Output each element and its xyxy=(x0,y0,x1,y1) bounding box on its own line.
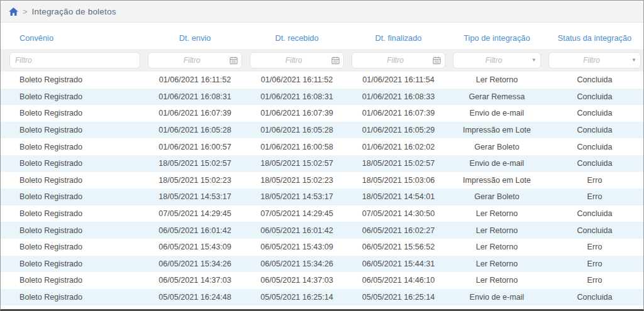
cell-dt-envio: 18/05/2021 15:02:23 xyxy=(144,172,246,189)
cell-dt-finalizado: 06/05/2021 15:56:52 xyxy=(348,239,449,256)
cell-dt-recebido: 18/05/2021 15:02:23 xyxy=(246,172,348,189)
cell-dt-finalizado: 07/05/2021 14:30:50 xyxy=(348,205,449,222)
table-row[interactable]: Boleto Registrado05/05/2021 16:24:4805/0… xyxy=(1,289,644,306)
cell-dt-recebido: 06/05/2021 16:01:42 xyxy=(246,222,348,239)
cell-dt-recebido: 07/05/2021 14:29:45 xyxy=(246,205,348,222)
table-row[interactable]: Boleto Registrado01/06/2021 16:05:2801/0… xyxy=(1,122,644,139)
cell-convenio: Boleto Registrado xyxy=(1,205,144,222)
filter-input-tipo-integracao[interactable] xyxy=(453,52,541,68)
column-header-tipo-integracao[interactable]: Tipo de integração xyxy=(449,23,545,49)
cell-status-integracao: Concluida xyxy=(545,122,644,139)
column-header-dt-recebido[interactable]: Dt. recebido xyxy=(246,23,348,49)
column-header-row: ConvênioDt. envioDt. recebidoDt. finaliz… xyxy=(1,23,644,49)
cell-dt-finalizado: 06/05/2021 15:44:31 xyxy=(348,256,449,273)
table-row[interactable]: Boleto Registrado18/05/2021 15:02:5718/0… xyxy=(1,155,644,172)
filter-input-convenio[interactable] xyxy=(9,52,140,68)
cell-tipo-integracao: Ler Retorno xyxy=(449,272,545,289)
calendar-icon[interactable] xyxy=(230,57,238,65)
cell-status-integracao: Erro xyxy=(545,188,644,205)
column-header-dt-finalizado[interactable]: Dt. finalizado xyxy=(348,23,449,49)
table-row[interactable]: Boleto Registrado06/05/2021 15:43:0906/0… xyxy=(1,239,644,256)
table-row[interactable]: Boleto Registrado18/05/2021 15:02:2318/0… xyxy=(1,172,644,189)
filter-dt-recebido xyxy=(250,52,344,68)
filter-input-dt-envio[interactable] xyxy=(148,52,242,68)
filter-cell-dt-envio xyxy=(144,49,246,72)
table-row[interactable]: Boleto Registrado01/06/2021 16:00:5701/0… xyxy=(1,138,644,155)
cell-status-integracao: Concluida xyxy=(545,72,644,89)
cell-dt-finalizado: 01/06/2021 16:07:39 xyxy=(348,105,449,122)
filter-status-integracao: ▼ xyxy=(548,52,641,68)
cell-dt-envio: 01/06/2021 16:07:39 xyxy=(144,105,246,122)
cell-status-integracao: Concluida xyxy=(545,89,644,106)
page-title: Integração de boletos xyxy=(32,7,116,16)
cell-dt-recebido: 18/05/2021 14:53:17 xyxy=(246,188,348,205)
cell-status-integracao: Concluida xyxy=(545,222,644,239)
cell-dt-finalizado: 01/06/2021 16:02:02 xyxy=(348,138,449,155)
filter-cell-dt-recebido xyxy=(246,49,348,72)
cell-dt-finalizado: 18/05/2021 15:02:57 xyxy=(348,155,449,172)
breadcrumb-separator: > xyxy=(23,7,28,16)
cell-dt-finalizado: 01/06/2021 16:11:54 xyxy=(348,72,449,89)
home-icon[interactable] xyxy=(9,8,18,16)
cell-dt-recebido: 06/05/2021 14:37:03 xyxy=(246,272,348,289)
cell-dt-envio: 01/06/2021 16:05:28 xyxy=(144,122,246,139)
cell-tipo-integracao: Ler Retorno xyxy=(449,205,545,222)
table-row[interactable]: Boleto Registrado06/05/2021 15:34:2606/0… xyxy=(1,256,644,273)
cell-tipo-integracao: Gerar Boleto xyxy=(449,138,545,155)
cell-status-integracao: Concluida xyxy=(545,138,644,155)
filter-dt-finalizado xyxy=(352,52,445,68)
cell-tipo-integracao: Gerar Boleto xyxy=(449,188,545,205)
table-row[interactable]: Boleto Registrado01/06/2021 16:11:5201/0… xyxy=(1,72,644,89)
cell-convenio: Boleto Registrado xyxy=(1,172,144,189)
table-row[interactable]: Boleto Registrado06/05/2021 14:37:0306/0… xyxy=(1,272,644,289)
table-row[interactable]: Boleto Registrado18/05/2021 14:53:1718/0… xyxy=(1,188,644,205)
cell-tipo-integracao: Ler Retorno xyxy=(449,222,545,239)
cell-tipo-integracao: Envio de e-mail xyxy=(449,105,545,122)
cell-status-integracao: Concluida xyxy=(545,155,644,172)
filter-input-dt-finalizado[interactable] xyxy=(352,52,445,68)
cell-convenio: Boleto Registrado xyxy=(1,289,144,306)
calendar-icon[interactable] xyxy=(331,57,340,65)
cell-tipo-integracao: Envio de e-mail xyxy=(449,155,545,172)
cell-tipo-integracao: Ler Retorno xyxy=(449,256,545,273)
cell-dt-finalizado: 06/05/2021 16:02:27 xyxy=(348,222,449,239)
column-header-dt-envio[interactable]: Dt. envio xyxy=(144,23,246,49)
table-row[interactable]: Boleto Registrado06/05/2021 16:01:4206/0… xyxy=(1,222,644,239)
cell-status-integracao: Erro xyxy=(545,172,644,189)
cell-dt-finalizado: 05/05/2021 16:25:14 xyxy=(348,289,449,306)
cell-dt-finalizado: 18/05/2021 15:03:06 xyxy=(348,172,449,189)
integration-table: ConvênioDt. envioDt. recebidoDt. finaliz… xyxy=(1,23,644,305)
cell-dt-envio: 05/05/2021 16:24:48 xyxy=(144,289,246,306)
table-row[interactable]: Boleto Registrado01/06/2021 16:08:3101/0… xyxy=(1,89,644,106)
cell-status-integracao: Concluida xyxy=(545,105,644,122)
calendar-icon[interactable] xyxy=(433,57,441,65)
table-body: Boleto Registrado01/06/2021 16:11:5201/0… xyxy=(1,72,644,305)
filter-cell-dt-finalizado xyxy=(348,49,449,72)
cell-convenio: Boleto Registrado xyxy=(1,105,144,122)
cell-dt-envio: 07/05/2021 14:29:45 xyxy=(144,205,246,222)
cell-tipo-integracao: Ler Retorno xyxy=(449,239,545,256)
filter-dt-envio xyxy=(148,52,242,68)
table-row[interactable]: Boleto Registrado07/05/2021 14:29:4507/0… xyxy=(1,205,644,222)
cell-dt-recebido: 01/06/2021 16:05:28 xyxy=(246,122,348,139)
cell-dt-envio: 06/05/2021 15:34:26 xyxy=(144,256,246,273)
cell-dt-recebido: 01/06/2021 16:08:31 xyxy=(246,89,348,106)
filter-input-dt-recebido[interactable] xyxy=(250,52,344,68)
cell-tipo-integracao: Impressão em Lote xyxy=(449,172,545,189)
cell-dt-envio: 18/05/2021 14:53:17 xyxy=(144,188,246,205)
cell-dt-recebido: 01/06/2021 16:07:39 xyxy=(246,105,348,122)
filter-input-status-integracao[interactable] xyxy=(548,52,641,68)
column-header-status-integracao[interactable]: Status da integração xyxy=(545,23,644,49)
cell-dt-recebido: 18/05/2021 15:02:57 xyxy=(246,155,348,172)
cell-dt-envio: 18/05/2021 15:02:57 xyxy=(144,155,246,172)
table-row[interactable]: Boleto Registrado01/06/2021 16:07:3901/0… xyxy=(1,105,644,122)
cell-convenio: Boleto Registrado xyxy=(1,222,144,239)
cell-status-integracao: Erro xyxy=(545,239,644,256)
cell-dt-recebido: 06/05/2021 15:43:09 xyxy=(246,239,348,256)
cell-dt-finalizado: 06/05/2021 14:46:10 xyxy=(348,272,449,289)
filter-convenio xyxy=(9,52,140,68)
breadcrumb: > Integração de boletos xyxy=(1,1,643,23)
column-header-convenio[interactable]: Convênio xyxy=(1,23,144,49)
cell-dt-envio: 06/05/2021 15:43:09 xyxy=(144,239,246,256)
cell-dt-envio: 01/06/2021 16:00:57 xyxy=(144,138,246,155)
